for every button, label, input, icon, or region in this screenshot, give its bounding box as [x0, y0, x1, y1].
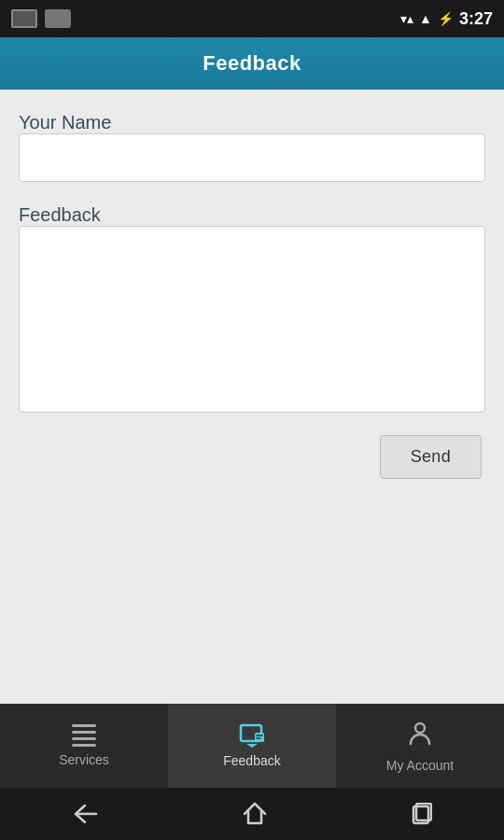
- svg-rect-1: [255, 733, 264, 742]
- send-button[interactable]: Send: [380, 435, 482, 479]
- main-content: Your Name Feedback Send: [0, 90, 504, 704]
- status-bar: ▾▴ ▲ ⚡ 3:27: [0, 0, 504, 37]
- nav-label-feedback: Feedback: [223, 753, 280, 768]
- your-name-input[interactable]: [19, 133, 485, 182]
- recents-button[interactable]: [404, 795, 440, 833]
- photo-icon: [11, 9, 37, 28]
- nav-label-myaccount: My Account: [386, 758, 454, 773]
- system-nav: [0, 788, 504, 840]
- feedback-label: Feedback: [19, 204, 101, 225]
- page-title: Feedback: [203, 51, 301, 76]
- battery-icon: ⚡: [438, 11, 454, 26]
- signal-icon: ▲: [419, 11, 432, 26]
- svg-point-3: [415, 723, 425, 733]
- nav-label-services: Services: [59, 752, 109, 767]
- home-button[interactable]: [235, 794, 274, 833]
- feedback-textarea[interactable]: [19, 226, 485, 413]
- feedback-icon: [239, 723, 265, 748]
- services-icon: [72, 724, 96, 747]
- status-icons-right: ▾▴ ▲ ⚡ 3:27: [400, 9, 493, 29]
- nav-item-feedback[interactable]: Feedback: [168, 704, 336, 788]
- wifi-icon: ▾▴: [400, 11, 413, 26]
- back-button[interactable]: [64, 796, 105, 832]
- app-bar: Feedback: [0, 37, 504, 90]
- your-name-label: Your Name: [19, 112, 111, 133]
- nav-item-myaccount[interactable]: My Account: [336, 704, 504, 788]
- nav-item-services[interactable]: Services: [0, 704, 168, 788]
- send-row: Send: [19, 435, 485, 479]
- status-time: 3:27: [459, 9, 493, 29]
- account-icon: [407, 720, 433, 752]
- app-icon: [45, 9, 71, 28]
- bottom-nav: Services Feedback My Account: [0, 704, 504, 788]
- status-icons-left: [11, 9, 71, 28]
